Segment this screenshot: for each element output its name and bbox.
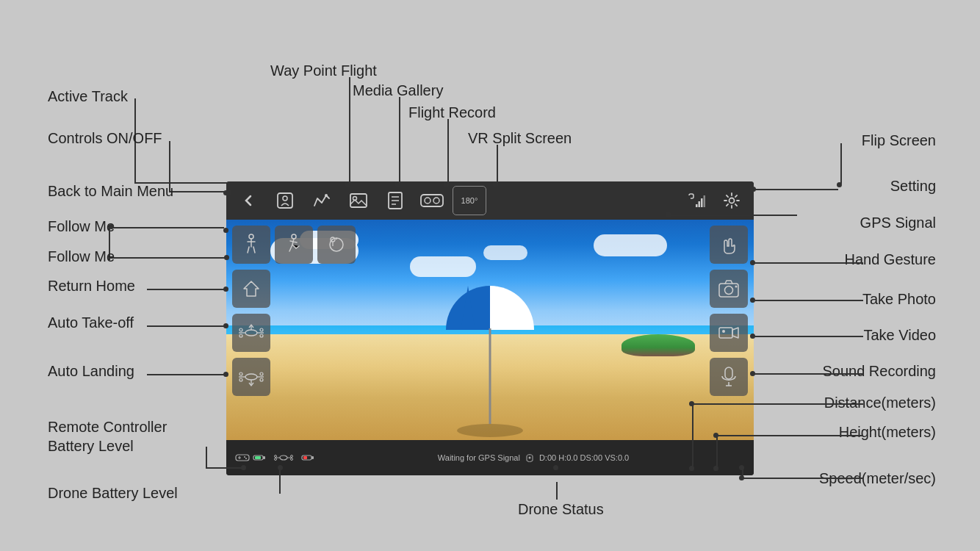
active-track-button[interactable] (269, 186, 301, 215)
svg-point-28 (260, 334, 263, 337)
svg-rect-15 (704, 195, 706, 207)
drone-status-label: Drone Status (518, 500, 604, 519)
svg-point-36 (260, 378, 263, 381)
svg-point-63 (528, 457, 530, 459)
drone-screen: 180° (226, 181, 754, 475)
svg-rect-45 (236, 455, 249, 461)
svg-point-25 (239, 328, 242, 331)
drone-icon (273, 453, 294, 463)
svg-point-35 (239, 378, 242, 381)
vr-split-label: VR Split Screen (468, 129, 572, 148)
sound-recording-button[interactable] (710, 358, 748, 396)
flight-record-label: Flight Record (408, 103, 496, 122)
umbrella (446, 286, 534, 330)
hand-gesture-label: Hand Gesture (844, 250, 936, 269)
svg-point-19 (330, 238, 343, 251)
left-controls (232, 226, 356, 396)
svg-point-34 (260, 372, 263, 375)
svg-point-10 (425, 198, 430, 204)
height-label: Height(meters) (839, 422, 936, 442)
follow-me-top-label: Follow Me (48, 217, 115, 236)
svg-point-1 (283, 196, 287, 201)
take-photo-label: Take Photo (862, 289, 936, 309)
right-controls (710, 226, 748, 396)
drone-battery-icon (301, 454, 314, 461)
svg-point-41 (722, 330, 725, 333)
take-photo-button[interactable] (710, 270, 748, 308)
take-video-button[interactable] (710, 314, 748, 352)
auto-takeoff-label: Auto Take-off (48, 313, 134, 332)
follow-me-circle-button[interactable] (317, 226, 356, 264)
gps-signal-label: GPS Signal (860, 213, 936, 232)
waypoint-button[interactable] (306, 186, 338, 215)
svg-rect-42 (725, 367, 732, 379)
flip-screen-label: Flip Screen (862, 131, 936, 150)
svg-point-26 (260, 328, 263, 331)
distance-label: Distance(meters) (824, 393, 936, 412)
svg-point-49 (245, 458, 247, 459)
svg-point-27 (239, 334, 242, 337)
svg-rect-40 (719, 328, 732, 338)
media-gallery-label: Media Gallery (353, 81, 443, 100)
auto-takeoff-button[interactable] (232, 314, 270, 352)
svg-rect-51 (255, 456, 261, 459)
svg-rect-61 (303, 456, 307, 459)
back-button[interactable] (232, 186, 264, 215)
follow-me-bottom-label: Follow Me (48, 247, 115, 266)
flight-data-text: D:00 H:0.0 DS:00 VS:0.0 (539, 453, 629, 462)
back-to-main-menu-label: Back to Main Menu (48, 181, 173, 201)
svg-rect-13 (699, 201, 701, 207)
signal-button[interactable] (679, 186, 711, 215)
svg-point-29 (245, 374, 257, 380)
svg-point-17 (249, 234, 253, 239)
svg-point-33 (239, 372, 242, 375)
svg-rect-3 (350, 194, 367, 207)
svg-point-53 (280, 455, 287, 460)
return-home-label: Return Home (48, 276, 135, 295)
auto-landing-label: Auto Landing (48, 361, 134, 381)
status-center: Waiting for GPS Signal D:00 H:0.0 DS:00 … (322, 453, 745, 462)
svg-point-58 (275, 458, 277, 461)
toolbar: 180° (226, 181, 754, 220)
svg-rect-52 (263, 456, 265, 459)
svg-rect-37 (719, 284, 738, 297)
svg-rect-62 (311, 456, 314, 459)
svg-point-2 (325, 194, 328, 197)
gps-waiting-text: Waiting for GPS Signal (438, 453, 520, 462)
drone-battery-label: Drone Battery Level (48, 483, 178, 503)
svg-rect-12 (696, 204, 698, 207)
vr-button[interactable] (416, 186, 448, 215)
follow-me-run-button[interactable] (275, 226, 313, 264)
svg-point-21 (245, 330, 257, 336)
sound-recording-label: Sound Recording (822, 361, 936, 381)
svg-rect-14 (701, 198, 703, 207)
flip-button[interactable]: 180° (453, 186, 486, 215)
svg-point-18 (292, 234, 296, 239)
svg-point-56 (275, 455, 277, 458)
follow-me-walk-button[interactable] (232, 226, 270, 264)
setting-label: Setting (890, 176, 936, 195)
waypoint-label: Way Point Flight (270, 61, 377, 80)
auto-landing-button[interactable] (232, 358, 270, 396)
status-bar: Waiting for GPS Signal D:00 H:0.0 DS:00 … (226, 440, 754, 475)
svg-point-16 (729, 198, 735, 204)
remote-battery-label: Remote ControllerBattery Level (48, 417, 167, 455)
svg-point-38 (725, 287, 733, 295)
follow-me-row (232, 226, 356, 264)
active-track-label: Active Track (48, 87, 128, 106)
settings-button[interactable] (716, 186, 748, 215)
media-gallery-button[interactable] (342, 186, 375, 215)
svg-point-11 (433, 198, 439, 204)
svg-point-59 (291, 458, 293, 461)
controller-icon (235, 453, 266, 463)
flight-record-button[interactable] (379, 186, 411, 215)
hand-gesture-button[interactable] (710, 226, 748, 264)
take-video-label: Take Video (863, 325, 936, 345)
controls-label: Controls ON/OFF (48, 129, 162, 148)
svg-point-57 (291, 455, 293, 458)
return-home-button[interactable] (232, 270, 270, 308)
svg-point-48 (244, 456, 245, 458)
svg-point-39 (735, 286, 738, 288)
